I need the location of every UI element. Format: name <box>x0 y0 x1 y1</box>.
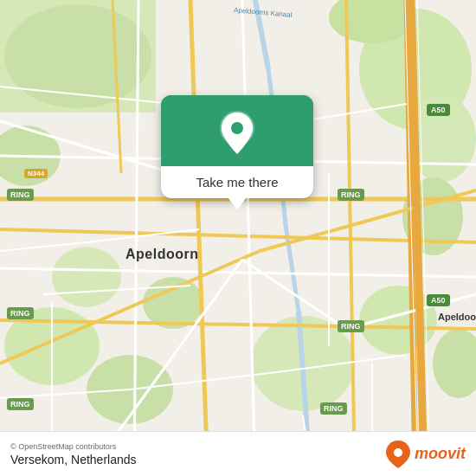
location-tooltip: Take me there <box>161 95 313 198</box>
ring-label-6: RING <box>320 402 347 415</box>
location-pin-icon <box>218 111 256 156</box>
svg-point-56 <box>394 448 402 457</box>
moovit-logo: moovit <box>385 440 466 469</box>
bottom-left-info: © OpenStreetMap contributors Versekom, N… <box>10 442 137 466</box>
location-name-text: Versekom, Netherlands <box>10 453 137 466</box>
svg-line-24 <box>190 0 208 476</box>
svg-point-8 <box>433 329 476 398</box>
map-container: RING RING RING RING RING RING N344 A50 A… <box>0 0 476 476</box>
bottom-bar: © OpenStreetMap contributors Versekom, N… <box>0 431 476 476</box>
a50-label-top: A50 <box>427 104 450 116</box>
svg-point-13 <box>143 277 203 329</box>
svg-point-1 <box>4 4 151 108</box>
moovit-brand-text: moovit <box>415 445 466 463</box>
tooltip-icon-area <box>161 95 313 166</box>
tooltip-arrow <box>228 198 246 210</box>
take-me-there-button[interactable]: Take me there <box>161 166 313 198</box>
svg-line-25 <box>242 0 255 476</box>
ring-label-4: RING <box>338 189 364 201</box>
a50-label-mid: A50 <box>427 294 450 306</box>
svg-line-20 <box>0 229 476 242</box>
ring-label-1: RING <box>7 189 34 201</box>
svg-point-55 <box>231 122 243 134</box>
city-label-partial: Apeldoo <box>438 312 476 322</box>
ring-label-2: RING <box>7 307 34 319</box>
n344-label: N344 <box>24 169 48 178</box>
map-svg <box>0 0 476 476</box>
city-label: Apeldoorn <box>125 247 199 262</box>
svg-point-12 <box>52 247 121 307</box>
ring-label-5: RING <box>338 320 364 332</box>
ring-label-3: RING <box>7 398 34 410</box>
moovit-pin-icon <box>385 440 411 469</box>
attribution-text: © OpenStreetMap contributors <box>10 442 137 451</box>
